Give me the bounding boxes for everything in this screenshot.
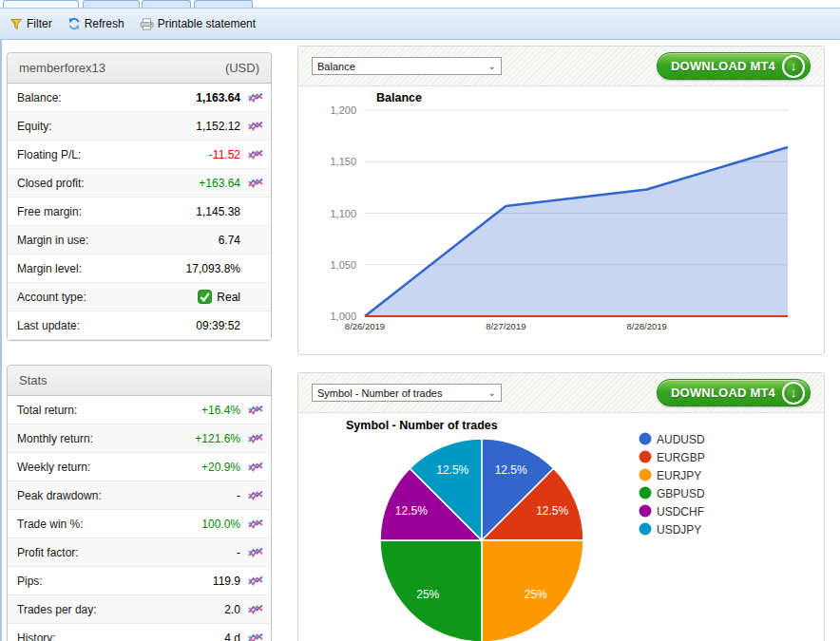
row-value: Real: [198, 290, 240, 304]
tab-4[interactable]: [194, 0, 253, 8]
row-value: +121.6%: [195, 432, 240, 445]
tab-3[interactable]: [142, 0, 191, 8]
chevron-down-icon: ⌄: [488, 62, 496, 71]
account-row: Balance:1,163.64: [8, 84, 271, 112]
svg-text:12.5%: 12.5%: [536, 504, 568, 518]
row-value: 2.0: [224, 603, 240, 616]
filter-button[interactable]: Filter: [10, 17, 52, 30]
row-chart-icon[interactable]: [240, 604, 263, 615]
right-column: Balance ⌄ DOWNLOAD MT4 ↓ 1,0001,0501,100…: [297, 46, 825, 641]
download-mt4-button[interactable]: DOWNLOAD MT4 ↓: [657, 52, 811, 80]
svg-text:8/26/2019: 8/26/2019: [345, 321, 385, 331]
row-chart-icon[interactable]: [240, 575, 263, 587]
row-value: 6.74: [219, 234, 240, 247]
refresh-label: Refresh: [85, 17, 124, 30]
row-label: Free margin:: [17, 205, 196, 218]
tab-1[interactable]: [3, 0, 79, 8]
row-chart-icon[interactable]: [240, 149, 263, 160]
balance-select-value: Balance: [317, 61, 355, 72]
svg-text:GBPUSD: GBPUSD: [657, 487, 705, 500]
row-value: 1,163.64: [196, 91, 240, 104]
refresh-button[interactable]: Refresh: [67, 17, 124, 30]
row-value: 119.9: [213, 575, 240, 588]
row-chart-icon[interactable]: [240, 405, 263, 416]
left-column: memberforex13 (USD) Balance:1,163.64Equi…: [7, 52, 272, 641]
main-content: memberforex13 (USD) Balance:1,163.64Equi…: [0, 40, 840, 641]
row-chart-icon[interactable]: [240, 121, 263, 132]
svg-text:12.5%: 12.5%: [495, 463, 527, 477]
row-label: Monthly return:: [17, 432, 195, 445]
row-chart-icon[interactable]: [240, 92, 263, 104]
balance-chart-select[interactable]: Balance ⌄: [312, 57, 502, 75]
row-chart-icon[interactable]: [240, 433, 263, 444]
row-chart-icon[interactable]: [240, 462, 263, 473]
legend-item: USDJPY: [640, 523, 702, 537]
row-value: 4 d: [224, 632, 240, 641]
row-value: +163.64: [199, 177, 240, 190]
row-value: -11.52: [209, 148, 240, 161]
account-row: Free margin:1,145.38: [8, 198, 271, 226]
svg-text:8/28/2019: 8/28/2019: [627, 321, 667, 331]
row-label: Pips:: [17, 575, 213, 588]
legend-item: EURJPY: [640, 469, 702, 482]
account-row: Margin level:17,093.8%: [8, 255, 271, 283]
download-mt4-button-2[interactable]: DOWNLOAD MT4 ↓: [657, 379, 811, 406]
row-label: Profit factor:: [17, 546, 237, 559]
stats-row: Monthly return:+121.6%: [8, 424, 271, 453]
svg-text:1,050: 1,050: [330, 259, 356, 271]
row-value: 09:39:52: [196, 319, 240, 332]
download-mt4-label-2: DOWNLOAD MT4: [671, 386, 775, 400]
symbol-pie-select[interactable]: Symbol - Number of trades ⌄: [312, 384, 502, 402]
download-arrow-icon: ↓: [782, 55, 805, 78]
svg-text:12.5%: 12.5%: [436, 463, 468, 477]
stats-panel: Stats Total return:+16.4%Monthly return:…: [7, 365, 272, 641]
svg-text:25%: 25%: [416, 588, 439, 601]
account-row: Account type:Real: [8, 283, 271, 311]
svg-text:1,150: 1,150: [330, 156, 356, 167]
account-info-panel: memberforex13 (USD) Balance:1,163.64Equi…: [7, 52, 272, 341]
row-value: 1,152.12: [196, 120, 240, 133]
row-value: +16.4%: [201, 404, 240, 417]
row-label: Total return:: [17, 404, 201, 417]
row-label: Peak drawdown:: [17, 489, 237, 502]
row-label: Margin in use:: [17, 234, 219, 247]
row-chart-icon[interactable]: [240, 490, 263, 501]
filter-icon: [10, 18, 23, 30]
toolbar: Filter Refresh Printable statement: [0, 8, 840, 40]
stats-row: Trade win %:100.0%: [8, 510, 271, 538]
stats-rows: Total return:+16.4%Monthly return:+121.6…: [8, 396, 271, 641]
account-currency: (USD): [225, 61, 259, 75]
account-row: Margin in use:6.74: [8, 226, 271, 255]
svg-text:USDCHF: USDCHF: [657, 505, 704, 518]
row-value: 17,093.8%: [186, 262, 240, 275]
legend-item: GBPUSD: [640, 487, 706, 500]
row-label: Equity:: [17, 120, 196, 133]
refresh-icon: [67, 17, 81, 30]
printable-statement-button[interactable]: Printable statement: [140, 17, 256, 30]
stats-row: Total return:+16.4%: [8, 396, 271, 424]
row-label: Account type:: [17, 291, 198, 304]
stats-row: History:4 d: [8, 624, 271, 641]
symbol-pie-panel: Symbol - Number of trades ⌄ DOWNLOAD MT4…: [297, 372, 825, 641]
row-chart-icon[interactable]: [240, 632, 263, 641]
row-chart-icon[interactable]: [240, 547, 263, 558]
account-rows: Balance:1,163.64Equity:1,152.12Floating …: [8, 84, 271, 340]
tab-2[interactable]: [83, 0, 140, 8]
printer-icon: [140, 18, 154, 30]
row-label: Balance:: [17, 91, 196, 104]
row-value: +20.9%: [201, 461, 240, 474]
balance-chart-toolbar: Balance ⌄ DOWNLOAD MT4 ↓: [298, 47, 824, 86]
stats-panel-header: Stats: [8, 366, 271, 396]
svg-text:EURJPY: EURJPY: [657, 469, 701, 482]
row-chart-icon[interactable]: [240, 518, 263, 530]
svg-text:25%: 25%: [525, 588, 547, 601]
row-label: Trades per day:: [17, 603, 224, 616]
account-row: Floating P/L:-11.52: [8, 141, 271, 169]
legend-item: USDCHF: [640, 505, 705, 518]
row-chart-icon[interactable]: [240, 178, 263, 189]
legend-item: EURGBP: [640, 451, 705, 464]
svg-text:EURGBP: EURGBP: [657, 451, 705, 464]
row-label: Weekly return:: [17, 461, 201, 474]
tab-strip: [0, 0, 840, 8]
row-label: History:: [17, 632, 224, 641]
